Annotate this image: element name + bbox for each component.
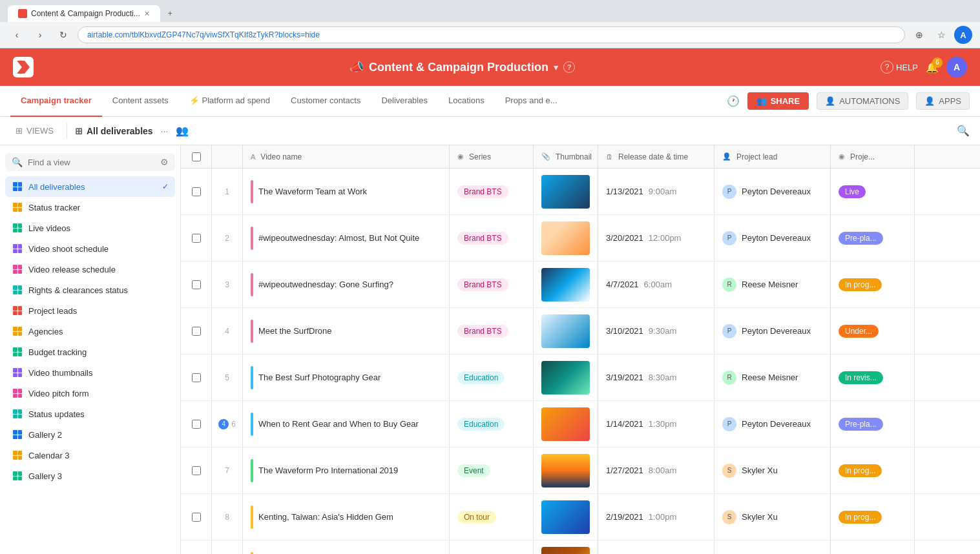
cell-release[interactable]: 1/27/2021 8:00am xyxy=(598,447,714,493)
cell-lead[interactable]: S Skyler Xu xyxy=(714,494,831,540)
sidebar-item-video-release[interactable]: Video release schedule xyxy=(5,259,175,280)
cell-project-status[interactable]: In prog... xyxy=(831,494,915,540)
cell-series[interactable]: Event xyxy=(450,447,534,493)
reload-button[interactable]: ↻ xyxy=(54,26,72,44)
row-checkbox[interactable] xyxy=(181,215,212,261)
cell-video-name[interactable]: The Best Surf Photography Gear xyxy=(243,354,450,400)
cell-series[interactable]: Education xyxy=(450,401,534,447)
back-button[interactable]: ‹ xyxy=(8,26,26,44)
bookmark-icon[interactable]: ☆ xyxy=(932,26,950,44)
cell-lead[interactable]: P Peyton Devereaux xyxy=(714,401,831,447)
header-checkbox[interactable] xyxy=(181,145,212,168)
table-row[interactable]: 5 The Best Surf Photography Gear Educati… xyxy=(181,354,980,401)
cell-lead[interactable]: P Peyton Devereaux xyxy=(714,215,831,261)
cell-thumbnail[interactable] xyxy=(534,540,598,554)
cell-lead[interactable]: P Peyton Devereaux xyxy=(714,169,831,214)
cell-thumbnail[interactable] xyxy=(534,308,598,354)
sidebar-item-all-deliverables[interactable]: All deliverables ✓ xyxy=(5,176,175,197)
cell-series[interactable]: On tour xyxy=(450,494,534,540)
header-project-lead[interactable]: 👤 Project lead xyxy=(714,145,831,168)
browser-user-avatar[interactable]: A xyxy=(954,26,972,44)
cell-release[interactable]: 5/13/2021 12:00pm xyxy=(598,540,714,554)
sidebar-item-video-pitch-form[interactable]: Video pitch form xyxy=(5,383,175,404)
active-tab[interactable]: Content & Campaign Producti... ✕ xyxy=(8,5,160,22)
cell-release[interactable]: 4/7/2021 6:00am xyxy=(598,262,714,307)
row-checkbox[interactable] xyxy=(181,401,212,447)
cell-series[interactable]: On tour xyxy=(450,540,534,554)
cell-project-status[interactable]: In revis... xyxy=(831,354,915,400)
sidebar-item-project-leads[interactable]: Project leads xyxy=(5,300,175,321)
cell-release[interactable]: 3/20/2021 12:00pm xyxy=(598,215,714,261)
cell-release[interactable]: 1/13/2021 9:00am xyxy=(598,169,714,214)
cell-project-status[interactable]: Under... xyxy=(831,308,915,354)
row-checkbox[interactable] xyxy=(181,494,212,540)
sidebar-item-agencies[interactable]: Agencies xyxy=(5,321,175,342)
table-row[interactable]: 7 The Waveform Pro International 2019 Ev… xyxy=(181,447,980,494)
table-row[interactable]: 1 The Waveform Team at Work Brand BTS 1/… xyxy=(181,169,980,215)
sidebar-item-video-thumbnails[interactable]: Video thumbnails xyxy=(5,362,175,383)
tab-content-assets[interactable]: Content assets xyxy=(102,86,179,117)
info-icon[interactable]: ? xyxy=(563,61,575,73)
automations-button[interactable]: 👤 AUTOMATIONS xyxy=(817,92,908,110)
header-series[interactable]: ◉ Series xyxy=(450,145,534,168)
notification-button[interactable]: 🔔 6 xyxy=(926,61,939,74)
row-checkbox[interactable] xyxy=(181,169,212,214)
row-select-checkbox[interactable] xyxy=(192,420,201,429)
cell-video-name[interactable]: Meet the SurfDrone xyxy=(243,308,450,354)
row-select-checkbox[interactable] xyxy=(192,373,201,382)
close-tab-icon[interactable]: ✕ xyxy=(144,10,150,18)
cell-thumbnail[interactable] xyxy=(534,262,598,307)
new-tab-button[interactable]: + xyxy=(162,5,181,22)
view-options-icon[interactable]: ··· xyxy=(161,126,169,136)
row-select-checkbox[interactable] xyxy=(192,513,201,522)
sidebar-item-gallery-3[interactable]: Gallery 3 xyxy=(5,466,175,486)
cell-series[interactable]: Brand BTS xyxy=(450,169,534,214)
sidebar-item-gallery-2[interactable]: Gallery 2 xyxy=(5,424,175,445)
table-row[interactable]: 8 Kenting, Taiwan: Asia's Hidden Gem On … xyxy=(181,494,980,540)
cell-project-status[interactable]: Pre-pla... xyxy=(831,215,915,261)
tab-campaign-tracker[interactable]: Campaign tracker xyxy=(10,86,102,117)
header-project-status[interactable]: ◉ Proje... xyxy=(831,145,915,168)
row-checkbox[interactable] xyxy=(181,262,212,307)
header-avatar[interactable]: A xyxy=(946,57,967,77)
cell-series[interactable]: Education xyxy=(450,354,534,400)
address-bar[interactable]: airtable.com/tblKbxvdZGP47Nc7q/viwSfXTqK… xyxy=(78,26,905,43)
views-toggle[interactable]: ⊞ VIEWS xyxy=(10,122,59,139)
zoom-icon[interactable]: ⊕ xyxy=(910,26,928,44)
table-row[interactable]: 4 Meet the SurfDrone Brand BTS 3/10/2021… xyxy=(181,308,980,354)
cell-release[interactable]: 2/19/2021 1:00pm xyxy=(598,494,714,540)
cell-thumbnail[interactable] xyxy=(534,215,598,261)
sidebar-item-calendar-3[interactable]: Calendar 3 xyxy=(5,445,175,466)
cell-thumbnail[interactable] xyxy=(534,169,598,214)
cell-release[interactable]: 1/14/2021 1:30pm xyxy=(598,401,714,447)
cell-video-name[interactable]: When to Rent Gear and When to Buy Gear xyxy=(243,401,450,447)
help-button[interactable]: ? HELP xyxy=(881,61,918,74)
cell-series[interactable]: Brand BTS xyxy=(450,262,534,307)
row-checkbox[interactable] xyxy=(181,354,212,400)
row-select-checkbox[interactable] xyxy=(192,234,201,243)
row-checkbox[interactable] xyxy=(181,447,212,493)
cell-lead[interactable]: S Skyler Xu xyxy=(714,447,831,493)
app-logo[interactable] xyxy=(13,57,34,77)
row-select-checkbox[interactable] xyxy=(192,327,201,336)
table-row[interactable]: 9 Skeleton Coast, Namibia: the Final Fro… xyxy=(181,540,980,554)
sidebar-item-status-updates[interactable]: Status updates xyxy=(5,404,175,424)
header-release[interactable]: 🗓 Release date & time xyxy=(598,145,714,168)
sidebar-search-input[interactable] xyxy=(28,158,155,167)
cell-video-name[interactable]: The Waveform Team at Work xyxy=(243,169,450,214)
row-checkbox[interactable] xyxy=(181,308,212,354)
title-dropdown-icon[interactable]: ▾ xyxy=(554,63,558,72)
cell-lead[interactable]: R Reese Meisner xyxy=(714,262,831,307)
cell-lead[interactable]: P Peyton Devereaux xyxy=(714,540,831,554)
apps-button[interactable]: 👤 APPS xyxy=(916,92,970,110)
cell-thumbnail[interactable] xyxy=(534,447,598,493)
select-all-checkbox[interactable] xyxy=(192,152,201,161)
cell-project-status[interactable]: Plannin... xyxy=(831,540,915,554)
tab-platform-ad-spend[interactable]: ⚡ Platform ad spend xyxy=(179,86,281,117)
cell-project-status[interactable]: Live xyxy=(831,169,915,214)
cell-release[interactable]: 3/10/2021 9:30am xyxy=(598,308,714,354)
header-thumbnail[interactable]: 📎 Thumbnail xyxy=(534,145,598,168)
sidebar-item-status-tracker[interactable]: Status tracker xyxy=(5,197,175,218)
tab-deliverables[interactable]: Deliverables xyxy=(371,86,438,117)
cell-video-name[interactable]: Skeleton Coast, Namibia: the Final Front… xyxy=(243,540,450,554)
